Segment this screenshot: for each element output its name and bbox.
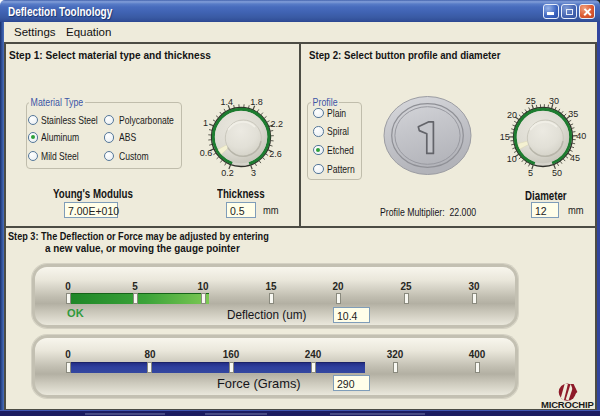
svg-text:10: 10	[507, 154, 517, 164]
svg-text:35: 35	[568, 109, 578, 119]
svg-text:45: 45	[570, 153, 580, 163]
svg-text:2.6: 2.6	[269, 149, 282, 159]
svg-text:0.2: 0.2	[221, 168, 234, 178]
svg-text:40: 40	[576, 131, 586, 141]
svg-text:2.2: 2.2	[271, 119, 284, 129]
svg-text:5: 5	[528, 168, 533, 178]
svg-text:20: 20	[507, 110, 517, 120]
svg-text:25: 25	[526, 96, 536, 106]
svg-text:0.6: 0.6	[200, 148, 213, 158]
svg-text:30: 30	[549, 96, 559, 106]
svg-text:1.8: 1.8	[250, 97, 263, 107]
svg-text:1.4: 1.4	[220, 97, 233, 107]
svg-text:1: 1	[203, 118, 208, 128]
svg-text:3: 3	[251, 168, 256, 178]
svg-text:50: 50	[552, 168, 562, 178]
svg-text:15: 15	[500, 132, 510, 142]
